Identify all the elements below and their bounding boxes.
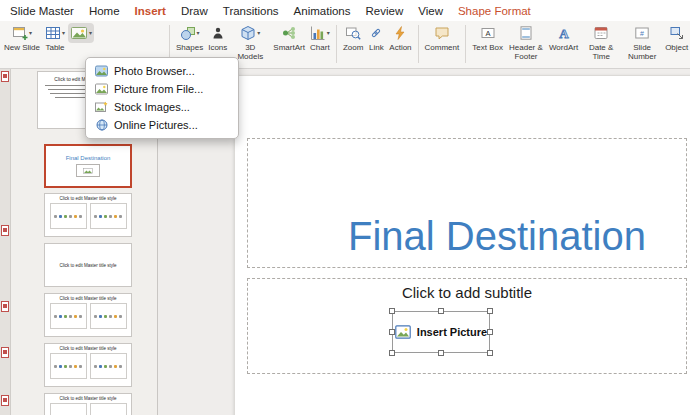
tab-home[interactable]: Home <box>89 5 120 17</box>
menu-item-label: Photo Browser... <box>114 65 195 77</box>
tab-draw[interactable]: Draw <box>181 5 208 17</box>
slide-number-button[interactable]: # Slide Number <box>622 23 662 62</box>
selection-handle[interactable] <box>487 329 493 335</box>
thumbnail-title: Click to edit Master title style <box>45 346 131 351</box>
selection-handle[interactable] <box>389 308 395 314</box>
menu-item-stock-images[interactable]: Stock Images... <box>86 98 238 116</box>
object-button[interactable]: Object <box>663 23 690 53</box>
header-footer-button[interactable]: Header & Footer <box>506 23 546 62</box>
link-button[interactable]: Link <box>366 23 386 53</box>
icons-icon <box>210 25 226 41</box>
pictures-dropdown-menu: Photo Browser... Picture from File... St… <box>85 57 239 139</box>
insert-picture-placeholder[interactable]: Insert Picture <box>392 311 490 353</box>
subtitle-placeholder[interactable]: Click to add subtitle Insert Picture <box>247 278 687 374</box>
slide-title: Final Destination <box>348 214 646 259</box>
thumbnail-title: Final Destination <box>46 155 130 161</box>
table-button[interactable]: ▾ Table <box>43 23 67 53</box>
tab-transitions[interactable]: Transitions <box>223 5 279 17</box>
comment-button[interactable]: Comment <box>423 23 462 53</box>
edge-thumbnail-marker[interactable] <box>1 301 9 312</box>
smartart-label: SmartArt <box>273 43 305 52</box>
ribbon-tab-bar: Slide Master Home Insert Draw Transition… <box>0 0 690 21</box>
content-placeholder-icons <box>50 403 87 415</box>
chart-label: Chart <box>310 43 330 52</box>
thumbnail-two-content-layout[interactable]: Click to edit Master title style <box>44 293 132 337</box>
thumbnail-title-only-layout[interactable]: Click to edit Master title style <box>44 243 132 287</box>
edge-thumbnail-marker[interactable] <box>1 347 9 358</box>
menu-item-label: Online Pictures... <box>114 119 198 131</box>
slide[interactable]: Final Destination Click to add subtitle <box>234 75 690 415</box>
insert-picture-icon <box>395 325 411 339</box>
icons-label: Icons <box>208 43 227 52</box>
new-slide-button[interactable]: ▾ New Slide <box>2 23 42 53</box>
thumbnail-title: Click to edit Master title style <box>45 196 131 201</box>
edge-thumbnail-marker[interactable] <box>1 71 9 82</box>
tab-shape-format[interactable]: Shape Format <box>458 5 531 17</box>
comment-label: Comment <box>425 43 460 52</box>
selection-handle[interactable] <box>389 329 395 335</box>
selection-handle[interactable] <box>438 350 444 356</box>
tab-insert[interactable]: Insert <box>135 5 166 17</box>
ribbon-separator <box>336 25 337 63</box>
ribbon-separator <box>418 25 419 63</box>
3d-models-button[interactable]: ▾ 3D Models <box>230 23 270 62</box>
link-label: Link <box>369 43 384 52</box>
online-pictures-icon <box>96 119 108 131</box>
chart-icon <box>310 25 326 41</box>
wordart-icon: A <box>556 25 572 41</box>
content-placeholder-icons <box>90 303 127 329</box>
powerpoint-window: Slide Master Home Insert Draw Transition… <box>0 0 690 415</box>
date-time-button[interactable]: Date & Time <box>581 23 621 62</box>
selection-handle[interactable] <box>438 308 444 314</box>
menu-item-photo-browser[interactable]: Photo Browser... <box>86 62 238 80</box>
menu-item-online-pictures[interactable]: Online Pictures... <box>86 116 238 134</box>
icons-button[interactable]: Icons <box>206 23 229 53</box>
menu-item-picture-from-file[interactable]: Picture from File... <box>86 80 238 98</box>
comment-icon <box>434 25 450 41</box>
tab-view[interactable]: View <box>418 5 443 17</box>
subtitle-prompt: Click to add subtitle <box>402 284 532 301</box>
link-icon <box>368 25 384 41</box>
content-placeholder-icons <box>90 403 127 415</box>
thumbnail-two-content-layout[interactable]: Click to edit Master title style <box>44 193 132 237</box>
text-box-icon: A <box>480 25 496 41</box>
tab-animations[interactable]: Animations <box>294 5 351 17</box>
selection-handle[interactable] <box>487 350 493 356</box>
text-box-label: Text Box <box>472 43 503 52</box>
selection-handle[interactable] <box>487 308 493 314</box>
shapes-label: Shapes <box>176 43 203 52</box>
date-time-label: Date & Time <box>583 43 619 61</box>
tab-review[interactable]: Review <box>366 5 404 17</box>
zoom-button[interactable]: Zoom <box>341 23 365 53</box>
smartart-button[interactable]: SmartArt <box>271 23 307 53</box>
menu-item-label: Picture from File... <box>114 83 203 95</box>
date-time-icon <box>593 25 609 41</box>
pictures-button[interactable]: ▾ <box>68 23 94 43</box>
action-button[interactable]: Action <box>387 23 413 53</box>
new-slide-label: New Slide <box>4 43 40 52</box>
tab-slide-master[interactable]: Slide Master <box>10 5 74 17</box>
chevron-down-icon: ▾ <box>257 30 260 36</box>
wordart-label: WordArt <box>549 43 578 52</box>
shapes-button[interactable]: ▾ Shapes <box>174 23 205 53</box>
chart-button[interactable]: ▾ Chart <box>308 23 332 53</box>
thumbnail-selected-title-slide[interactable]: Final Destination <box>44 144 132 188</box>
menu-item-label: Stock Images... <box>114 101 190 113</box>
title-placeholder[interactable]: Final Destination <box>247 138 687 268</box>
zoom-label: Zoom <box>343 43 363 52</box>
tiny-picture-icon <box>83 168 93 174</box>
shapes-icon <box>180 25 196 41</box>
insert-picture-label: Insert Picture <box>417 326 487 338</box>
ribbon-separator <box>465 25 466 63</box>
thumbnail-two-content-layout[interactable]: Click to edit Master title style <box>44 343 132 387</box>
edge-thumbnail-marker[interactable] <box>1 225 9 236</box>
wordart-button[interactable]: A WordArt <box>547 23 580 53</box>
thumbnail-title: Click to edit Master title style <box>45 244 131 286</box>
chevron-down-icon: ▾ <box>89 30 92 36</box>
thumbnail-picture-placeholder <box>76 164 100 177</box>
svg-text:A: A <box>485 29 490 38</box>
edge-thumbnail-marker[interactable] <box>1 395 9 406</box>
selection-handle[interactable] <box>389 350 395 356</box>
text-box-button[interactable]: A Text Box <box>470 23 505 53</box>
thumbnail-two-content-layout[interactable]: Click to edit Master title style <box>44 393 132 415</box>
